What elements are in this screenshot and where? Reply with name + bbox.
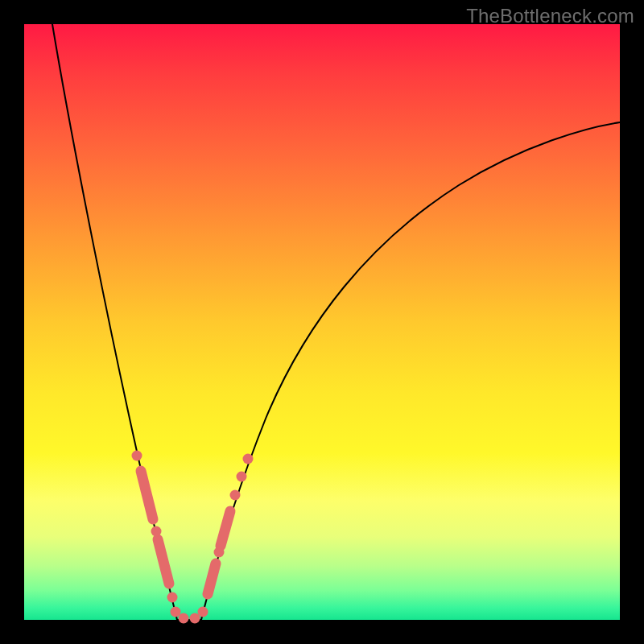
chart-frame	[24, 24, 620, 620]
bead-segment	[221, 511, 230, 546]
bead-dot	[237, 472, 247, 482]
bead-dot	[132, 451, 142, 461]
bead-segment	[208, 564, 216, 594]
bottleneck-curve	[24, 24, 620, 620]
bead-dot	[214, 547, 225, 558]
bead-dot	[179, 613, 189, 624]
bead-dot	[198, 607, 208, 617]
bead-segment	[141, 471, 153, 519]
curve-right-arm	[201, 122, 620, 620]
watermark-text: TheBottleneck.com	[466, 5, 634, 27]
bead-dot	[151, 526, 162, 537]
bead-segment	[158, 539, 169, 584]
bead-dot	[167, 592, 178, 603]
bead-dot	[243, 454, 254, 464]
bead-dot	[230, 490, 241, 501]
